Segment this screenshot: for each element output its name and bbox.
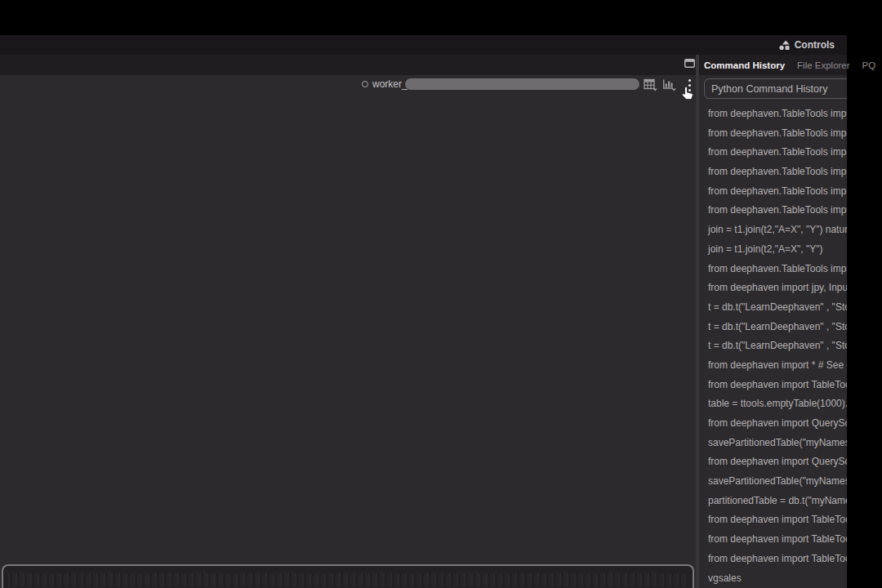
command-history-item[interactable]: join = t1.join(t2,"A=X", "Y")	[699, 240, 847, 260]
command-history-item[interactable]: from deephaven import TableToo	[699, 510, 847, 530]
command-history-item[interactable]: from deephaven import TableToo	[699, 530, 847, 550]
command-history-item[interactable]: vgsales	[699, 569, 847, 588]
command-history-item[interactable]: from deephaven import QuerySc	[699, 414, 847, 434]
command-history-item[interactable]: from deephaven import * # See p	[699, 356, 847, 376]
console-input[interactable]	[2, 564, 694, 588]
command-history-item[interactable]: join = t1.join(t2,"A=X", "Y") natural	[699, 220, 847, 240]
command-history-item[interactable]: from deephaven.TableTools impo	[699, 105, 847, 124]
command-history-item[interactable]: partitionedTable = db.t("myName	[699, 492, 847, 511]
command-history-item[interactable]: savePartitionedTable("myNames	[699, 434, 847, 453]
tab-command-history[interactable]: Command History	[704, 60, 785, 70]
command-history-item[interactable]: from deephaven.TableTools impo	[699, 182, 847, 202]
controls-button-label: Controls	[795, 39, 835, 51]
command-history-panel: from deephaven.TableTools impo from deep…	[699, 75, 847, 588]
command-history-item[interactable]: from deephaven import QuerySc	[699, 452, 847, 472]
tab-pq[interactable]: PQ	[862, 60, 876, 70]
command-history-item[interactable]: from deephaven.TableTools impo	[699, 124, 847, 144]
redacted-text-blur	[405, 78, 639, 90]
table-menu-button[interactable]	[643, 77, 659, 93]
redacted-console-blur	[8, 573, 688, 586]
command-history-item[interactable]: table = ttools.emptyTable(1000).u	[699, 394, 847, 414]
command-history-item[interactable]: t = db.t("LearnDeephaven" , "Stoc	[699, 318, 847, 337]
command-history-item[interactable]: savePartitionedTable("myNames	[699, 472, 847, 492]
console-tab-bar[interactable]: worker_3	[0, 75, 696, 96]
overflow-menu-button[interactable]	[681, 77, 696, 93]
chart-menu-button[interactable]	[662, 77, 678, 93]
tab-file-explorer[interactable]: File Explorer	[797, 60, 850, 70]
panel-tabstrip: Command History File Explorer PQ	[0, 55, 847, 75]
command-history-search-input[interactable]	[704, 78, 847, 99]
right-panel-tabs: Command History File Explorer PQ	[704, 55, 875, 75]
data-table-icon	[644, 78, 658, 91]
command-history-item[interactable]: from deephaven.TableTools impo	[699, 201, 847, 220]
command-history-item[interactable]: t = db.t("LearnDeephaven" , "Stoc	[699, 298, 847, 318]
command-history-item[interactable]: from deephaven.TableTools impo	[699, 260, 847, 279]
controls-button[interactable]: Controls	[779, 39, 835, 51]
app-window: Controls Command History File Explorer P…	[0, 35, 847, 588]
controls-widgets-icon	[779, 40, 790, 51]
command-history-item[interactable]: from deephaven import TableToo	[699, 376, 847, 395]
status-circle-icon	[362, 81, 368, 87]
command-history-item[interactable]: from deephaven.TableTools impo	[699, 143, 847, 163]
console-panel: worker_3	[0, 75, 696, 588]
top-toolbar: Controls	[0, 35, 847, 55]
kebab-menu-icon	[688, 79, 691, 91]
window-restore-icon[interactable]	[684, 59, 695, 68]
command-history-item[interactable]: from deephaven.TableTools impo	[699, 163, 847, 182]
command-history-list: from deephaven.TableTools impo from deep…	[699, 105, 847, 588]
command-history-item[interactable]: from deephaven import jpy, Inpu	[699, 278, 847, 298]
bar-chart-icon	[662, 78, 677, 91]
command-history-item[interactable]: t = db.t("LearnDeephaven" , "Stoc	[699, 336, 847, 356]
command-history-item[interactable]: from deephaven import TableToo	[699, 550, 847, 569]
